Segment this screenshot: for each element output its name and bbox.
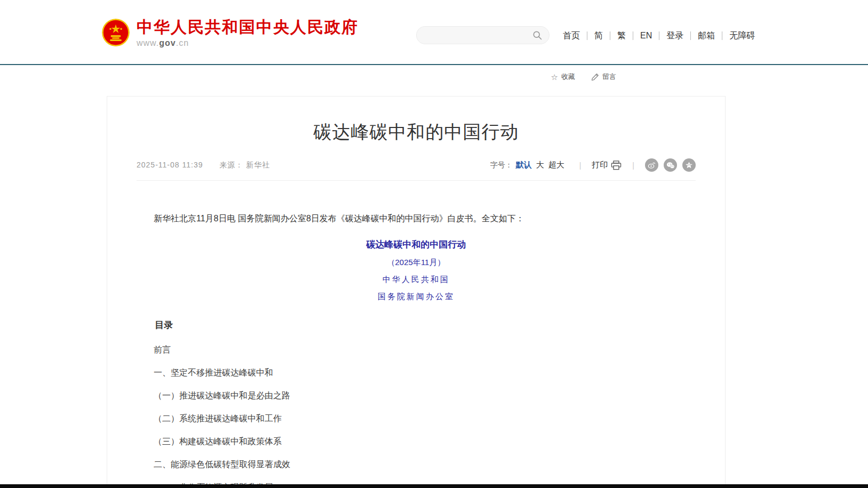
- site-header: 中华人民共和国中央人民政府 www.gov.cn 首页 简 繁 EN 登录 邮箱…: [0, 0, 868, 64]
- star-outline-icon: ☆: [551, 73, 558, 81]
- toc-item-section1-1: （一）推进碳达峰碳中和是必由之路: [137, 391, 696, 400]
- nav-accessibility[interactable]: 无障碍: [722, 31, 762, 40]
- document-heading: 碳达峰碳中和的中国行动 （2025年11月） 中华人民共和国 国务院新闻办公室: [137, 238, 696, 302]
- nav-mail[interactable]: 邮箱: [690, 31, 722, 40]
- weibo-icon: [648, 161, 656, 169]
- site-url-prefix: www.: [137, 38, 159, 47]
- bottom-edge-bar: [0, 484, 868, 488]
- lead-paragraph: 新华社北京11月8日电 国务院新闻办公室8日发布《碳达峰碳中和的中国行动》白皮书…: [137, 212, 696, 226]
- document-date-line: （2025年11月）: [137, 258, 696, 268]
- meta-separator: |: [579, 161, 582, 170]
- nav-english[interactable]: EN: [633, 31, 659, 40]
- article-card: 碳达峰碳中和的中国行动 2025-11-08 11:39 来源： 新华社 字号：…: [107, 96, 726, 488]
- favorite-button[interactable]: ☆ 收藏: [551, 72, 575, 82]
- article-meta-left: 2025-11-08 11:39 来源： 新华社: [137, 161, 270, 170]
- search-input[interactable]: [423, 31, 532, 39]
- share-icons: [645, 158, 696, 172]
- font-size-default-button[interactable]: 默认: [516, 160, 532, 170]
- message-button[interactable]: 留言: [591, 72, 616, 82]
- toc-item-preface: 前言: [137, 346, 696, 354]
- search-box[interactable]: [416, 26, 550, 44]
- page-actions: ☆ 收藏 留言: [0, 65, 868, 89]
- search-icon[interactable]: [532, 30, 543, 41]
- article-source: 新华社: [246, 161, 270, 169]
- pencil-icon: [591, 73, 599, 81]
- wechat-icon: [666, 162, 675, 169]
- nav-login[interactable]: 登录: [659, 31, 690, 40]
- print-label: 打印: [592, 160, 608, 170]
- font-size-large-button[interactable]: 大: [536, 160, 544, 170]
- weibo-share-button[interactable]: [645, 158, 658, 172]
- toc-item-section1: 一、坚定不移推进碳达峰碳中和: [137, 369, 696, 377]
- site-title: 中华人民共和国中央人民政府: [137, 18, 359, 36]
- favorite-label: 收藏: [561, 72, 575, 82]
- site-url-domain: gov: [159, 38, 176, 47]
- font-size-xlarge-button[interactable]: 超大: [548, 160, 564, 170]
- source-label: 来源：: [219, 161, 243, 169]
- share-more-button[interactable]: [682, 158, 696, 172]
- toc-item-section2: 二、能源绿色低碳转型取得显著成效: [137, 460, 696, 469]
- document-issuer-line1: 中华人民共和国: [137, 275, 696, 285]
- share-star-icon: [685, 161, 693, 169]
- toc-item-section1-2: （二）系统推进碳达峰碳中和工作: [137, 414, 696, 423]
- site-url-suffix: .cn: [176, 38, 189, 47]
- nav-home[interactable]: 首页: [556, 31, 587, 40]
- toc-item-section1-3: （三）构建碳达峰碳中和政策体系: [137, 437, 696, 446]
- site-logo[interactable]: 中华人民共和国中央人民政府 www.gov.cn: [101, 18, 359, 48]
- article-meta-right: 字号： 默认 大 超大 | 打印 |: [490, 158, 696, 172]
- document-title: 碳达峰碳中和的中国行动: [137, 238, 696, 251]
- printer-icon: [611, 161, 622, 170]
- font-size-label: 字号：: [490, 161, 513, 170]
- national-emblem-icon: [101, 18, 130, 47]
- nav-traditional[interactable]: 繁: [610, 31, 633, 40]
- top-nav: 首页 简 繁 EN 登录 邮箱 无障碍: [556, 29, 762, 43]
- message-label: 留言: [602, 72, 616, 82]
- meta-separator: |: [632, 161, 634, 170]
- article-meta: 2025-11-08 11:39 来源： 新华社 字号： 默认 大 超大 | 打…: [137, 158, 696, 181]
- document-issuer-line2: 国务院新闻办公室: [137, 292, 696, 302]
- toc-heading: 目录: [137, 319, 696, 331]
- print-button[interactable]: 打印: [592, 160, 622, 170]
- article-title: 碳达峰碳中和的中国行动: [137, 120, 696, 145]
- site-url: www.gov.cn: [137, 38, 359, 48]
- wechat-share-button[interactable]: [664, 158, 677, 172]
- article-date: 2025-11-08 11:39: [137, 161, 203, 169]
- nav-simplified[interactable]: 简: [587, 31, 610, 40]
